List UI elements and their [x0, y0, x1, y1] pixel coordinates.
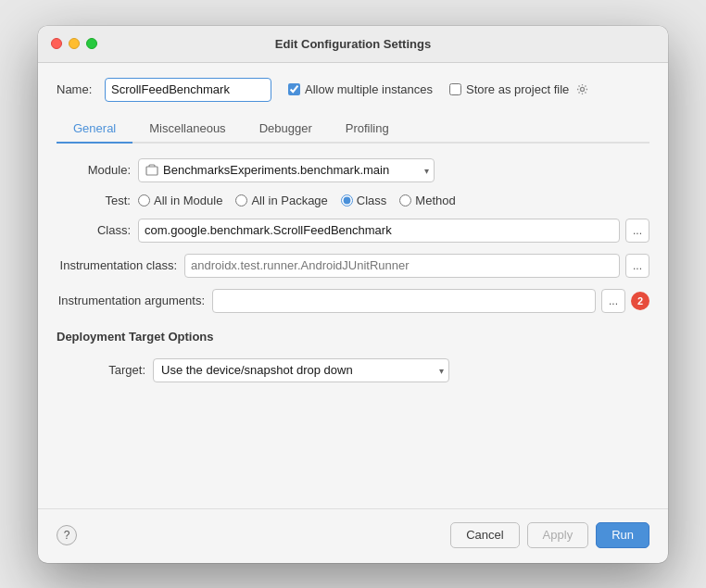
- radio-all-in-package[interactable]: All in Package: [235, 194, 327, 207]
- allow-multiple-label[interactable]: Allow multiple instances: [288, 82, 433, 96]
- instrumentation-args-input[interactable]: [212, 289, 596, 313]
- instrumentation-args-ellipsis-button[interactable]: ...: [601, 289, 625, 313]
- allow-multiple-text: Allow multiple instances: [305, 82, 433, 96]
- module-select[interactable]: BenchmarksExperiments.benchmark.main: [138, 158, 435, 182]
- radio-class-input[interactable]: [341, 194, 353, 206]
- radio-method-input[interactable]: [399, 194, 411, 206]
- help-button[interactable]: ?: [57, 525, 77, 545]
- radio-class[interactable]: Class: [341, 194, 387, 207]
- window-title: Edit Configuration Settings: [275, 37, 431, 51]
- content-area: Name: Allow multiple instances Store as …: [38, 63, 668, 508]
- test-row: Test: All in Module All in Package Class: [57, 194, 649, 207]
- deployment-section-header: Deployment Target Options: [57, 330, 649, 344]
- tab-general[interactable]: General: [57, 115, 132, 144]
- instrumentation-class-label: Instrumentation class:: [57, 258, 177, 272]
- radio-all-in-module-label: All in Module: [154, 194, 222, 207]
- instrumentation-args-label: Instrumentation arguments:: [57, 294, 205, 307]
- instrumentation-args-badge: 2: [631, 292, 649, 310]
- name-row: Name: Allow multiple instances Store as …: [57, 78, 649, 102]
- tab-debugger[interactable]: Debugger: [243, 115, 329, 144]
- class-input[interactable]: [138, 219, 620, 243]
- target-select-wrapper: Use the device/snapshot drop down ▾: [153, 358, 449, 382]
- radio-all-in-module-input[interactable]: [138, 194, 150, 206]
- options-group: Allow multiple instances Store as projec…: [288, 82, 589, 96]
- radio-all-in-package-label: All in Package: [251, 194, 327, 207]
- footer: ? Cancel Apply Run: [38, 508, 668, 563]
- test-radio-group: All in Module All in Package Class Metho…: [138, 194, 456, 207]
- instrumentation-class-input[interactable]: [184, 254, 620, 278]
- titlebar: Edit Configuration Settings: [38, 26, 668, 63]
- store-as-project-checkbox[interactable]: [449, 83, 461, 95]
- store-as-project-label[interactable]: Store as project file: [449, 82, 589, 96]
- class-label: Class:: [57, 223, 131, 237]
- allow-multiple-checkbox[interactable]: [288, 83, 300, 95]
- form-section: Module: BenchmarksExperiments.benchmark.…: [57, 158, 649, 494]
- test-label: Test:: [57, 194, 131, 207]
- instrumentation-args-input-row: ... 2: [212, 289, 649, 313]
- radio-all-in-package-input[interactable]: [235, 194, 247, 206]
- store-as-project-text: Store as project file: [466, 82, 569, 96]
- target-row: Target: Use the device/snapshot drop dow…: [71, 358, 649, 382]
- gear-icon: [576, 83, 589, 96]
- cancel-button[interactable]: Cancel: [450, 522, 519, 548]
- class-ellipsis-button[interactable]: ...: [625, 219, 649, 243]
- class-input-row: ...: [138, 219, 649, 243]
- module-label: Module:: [57, 163, 131, 177]
- radio-method-label: Method: [415, 194, 455, 207]
- apply-button[interactable]: Apply: [527, 522, 589, 548]
- svg-point-0: [581, 87, 585, 91]
- instrumentation-class-ellipsis-button[interactable]: ...: [625, 254, 649, 278]
- tab-profiling[interactable]: Profiling: [329, 115, 406, 144]
- dialog-window: Edit Configuration Settings Name: Allow …: [38, 26, 668, 563]
- class-row: Class: ...: [57, 219, 649, 243]
- run-button[interactable]: Run: [596, 522, 649, 548]
- name-input[interactable]: [105, 78, 271, 102]
- instrumentation-class-input-row: ...: [184, 254, 649, 278]
- traffic-lights: [51, 38, 97, 49]
- target-select[interactable]: Use the device/snapshot drop down: [153, 358, 449, 382]
- instrumentation-args-row: Instrumentation arguments: ... 2: [57, 289, 649, 313]
- module-row: Module: BenchmarksExperiments.benchmark.…: [57, 158, 649, 182]
- close-button[interactable]: [51, 38, 62, 49]
- radio-method[interactable]: Method: [399, 194, 455, 207]
- footer-buttons: Cancel Apply Run: [450, 522, 649, 548]
- minimize-button[interactable]: [69, 38, 80, 49]
- radio-class-label: Class: [357, 194, 387, 207]
- name-label: Name:: [57, 82, 95, 96]
- maximize-button[interactable]: [86, 38, 97, 49]
- tab-miscellaneous[interactable]: Miscellaneous: [132, 115, 242, 144]
- target-label: Target:: [71, 363, 145, 377]
- instrumentation-class-row: Instrumentation class: ...: [57, 254, 649, 278]
- tabs-bar: General Miscellaneous Debugger Profiling: [57, 115, 649, 144]
- radio-all-in-module[interactable]: All in Module: [138, 194, 222, 207]
- module-select-wrapper: BenchmarksExperiments.benchmark.main ▾: [138, 158, 435, 182]
